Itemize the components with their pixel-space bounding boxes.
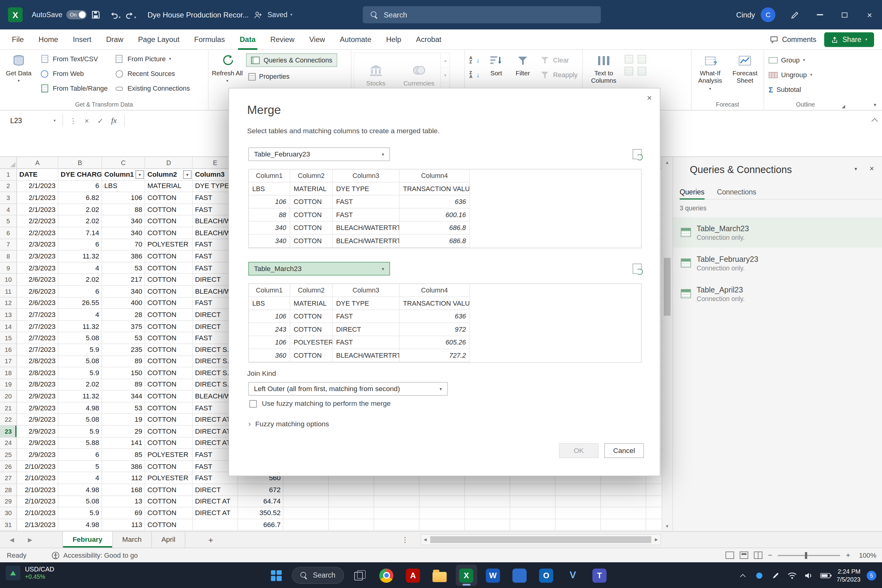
scroll-left-icon[interactable]: ◀ bbox=[421, 537, 429, 542]
cell-b27[interactable]: 4 bbox=[58, 472, 102, 484]
cell-c1[interactable]: Column1▼ bbox=[102, 169, 145, 181]
cell-i29[interactable] bbox=[374, 496, 420, 507]
preview-cell[interactable]: 972 bbox=[400, 323, 470, 336]
tray-pen-button[interactable] bbox=[771, 570, 781, 580]
forecast-sheet-button[interactable]: Forecast Sheet bbox=[729, 51, 761, 85]
row-header-10[interactable]: 10 bbox=[0, 274, 17, 286]
cell-d1[interactable]: Column2▼ bbox=[145, 169, 193, 181]
cell-a17[interactable]: 2/8/2023 bbox=[17, 356, 58, 367]
ribbon-tab-page-layout[interactable]: Page Layout bbox=[131, 29, 187, 50]
preview-column-column2[interactable]: Column2 bbox=[290, 284, 333, 297]
data-validation-icon[interactable] bbox=[625, 67, 633, 75]
preview-cell[interactable]: 360 bbox=[249, 349, 290, 362]
zoom-slider[interactable] bbox=[778, 555, 840, 556]
page-layout-view-button[interactable] bbox=[740, 552, 748, 559]
ink-pen-button[interactable] bbox=[783, 0, 806, 29]
wifi-button[interactable] bbox=[788, 570, 798, 580]
cell-b17[interactable]: 5.08 bbox=[58, 356, 102, 367]
preview-cell[interactable]: COTTON bbox=[290, 196, 333, 209]
cell-d4[interactable]: COTTON bbox=[145, 204, 193, 216]
preview-cell[interactable]: 243 bbox=[249, 323, 290, 336]
cell-h29[interactable] bbox=[329, 496, 374, 507]
zoom-out-button[interactable]: − bbox=[768, 551, 772, 560]
preview-column-column3[interactable]: Column3 bbox=[333, 170, 399, 183]
cell-d2[interactable]: MATERIAL bbox=[145, 181, 193, 192]
cell-a31[interactable]: 2/13/2023 bbox=[17, 519, 58, 531]
redo-button[interactable] bbox=[121, 5, 139, 24]
cell-g31[interactable] bbox=[283, 519, 328, 531]
row-header-18[interactable]: 18 bbox=[0, 368, 17, 379]
preview-cell[interactable]: 686.8 bbox=[400, 235, 470, 248]
preview-cell[interactable]: 727.2 bbox=[400, 349, 470, 362]
taskbar-search[interactable]: Search bbox=[292, 567, 344, 584]
cell-k31[interactable] bbox=[465, 519, 510, 531]
cell-o28[interactable] bbox=[646, 484, 662, 496]
cell-a22[interactable]: 2/9/2023 bbox=[17, 414, 58, 426]
preview-column-column1[interactable]: Column1 bbox=[249, 284, 290, 297]
preview-cell[interactable]: BLEACH/WATERTRT bbox=[333, 235, 399, 248]
cell-a3[interactable]: 2/1/2023 bbox=[17, 192, 58, 204]
cell-b11[interactable]: 6 bbox=[58, 286, 102, 297]
cancel-button[interactable]: Cancel bbox=[604, 443, 644, 458]
row-header-5[interactable]: 5 bbox=[0, 216, 17, 227]
preview-cell[interactable]: DYE TYPE bbox=[333, 183, 399, 196]
preview-cell[interactable]: FAST bbox=[333, 196, 399, 209]
cell-e28[interactable]: DIRECT bbox=[193, 484, 238, 496]
row-header-16[interactable]: 16 bbox=[0, 344, 17, 356]
volume-button[interactable] bbox=[804, 570, 814, 580]
word-button[interactable] bbox=[482, 564, 504, 586]
preview-cell[interactable]: POLYESTER bbox=[290, 336, 333, 350]
select-all-corner[interactable] bbox=[0, 157, 17, 169]
cell-a16[interactable]: 2/7/2023 bbox=[17, 344, 58, 356]
file-explorer-button[interactable] bbox=[429, 564, 450, 586]
hidden-icons-button[interactable] bbox=[738, 570, 748, 580]
cell-g30[interactable] bbox=[283, 507, 328, 519]
cell-a9[interactable]: 2/3/2023 bbox=[17, 262, 58, 274]
sheet-tab-april[interactable]: April bbox=[152, 532, 186, 548]
maximize-button[interactable] bbox=[833, 0, 856, 29]
cell-j31[interactable] bbox=[420, 519, 465, 531]
row-header-14[interactable]: 14 bbox=[0, 321, 17, 332]
ribbon-button-from-web[interactable]: From Web bbox=[38, 66, 110, 81]
ribbon-tab-automate[interactable]: Automate bbox=[332, 29, 378, 50]
cell-m29[interactable] bbox=[555, 496, 601, 507]
row-header-4[interactable]: 4 bbox=[0, 204, 17, 216]
preview-column-column4[interactable]: Column4 bbox=[400, 170, 470, 183]
cell-i28[interactable] bbox=[374, 484, 420, 496]
cell-d19[interactable]: COTTON bbox=[145, 379, 193, 391]
document-title-area[interactable]: Dye House Production Recor... Saved ▾ bbox=[148, 10, 292, 19]
zoom-in-button[interactable]: + bbox=[846, 551, 850, 560]
cell-f30[interactable]: 350.52 bbox=[238, 507, 283, 519]
start-button[interactable] bbox=[265, 564, 286, 586]
row-header-9[interactable]: 9 bbox=[0, 262, 17, 274]
cell-c4[interactable]: 88 bbox=[102, 204, 145, 216]
cell-c27[interactable]: 112 bbox=[102, 472, 145, 484]
preview-cell[interactable]: COTTON bbox=[290, 222, 333, 235]
preview-cell[interactable]: 106 bbox=[249, 310, 290, 323]
normal-view-button[interactable] bbox=[726, 552, 734, 559]
cell-b4[interactable]: 2.02 bbox=[58, 204, 102, 216]
cell-a28[interactable]: 2/10/2023 bbox=[17, 484, 58, 496]
zoom-level[interactable]: 100% bbox=[856, 551, 876, 559]
cell-j30[interactable] bbox=[420, 507, 465, 519]
row-header-13[interactable]: 13 bbox=[0, 309, 17, 321]
filter-button[interactable]: Filter bbox=[510, 51, 535, 77]
cell-b6[interactable]: 7.14 bbox=[58, 227, 102, 239]
cell-d27[interactable]: POLYESTER bbox=[145, 472, 193, 484]
ribbon-tab-draw[interactable]: Draw bbox=[99, 29, 130, 50]
preview-cell[interactable]: 636 bbox=[400, 310, 470, 323]
preview-cell[interactable]: MATERIAL bbox=[290, 183, 333, 196]
query-item-table-april23[interactable]: Table_April23Connection only. bbox=[673, 278, 882, 309]
row-header-7[interactable]: 7 bbox=[0, 239, 17, 250]
preview-cell[interactable]: DYE TYPE bbox=[333, 297, 399, 310]
cell-d9[interactable]: COTTON bbox=[145, 262, 193, 274]
ribbon-tab-view[interactable]: View bbox=[302, 29, 333, 50]
sheet-tab-march[interactable]: March bbox=[113, 532, 152, 548]
cell-c17[interactable]: 89 bbox=[102, 356, 145, 367]
acrobat-button[interactable] bbox=[402, 564, 423, 586]
row-header-22[interactable]: 22 bbox=[0, 414, 17, 426]
cell-c25[interactable]: 85 bbox=[102, 449, 145, 460]
cell-c9[interactable]: 53 bbox=[102, 262, 145, 274]
preview-cell[interactable]: 636 bbox=[400, 196, 470, 209]
comments-button[interactable]: Comments bbox=[770, 36, 816, 44]
